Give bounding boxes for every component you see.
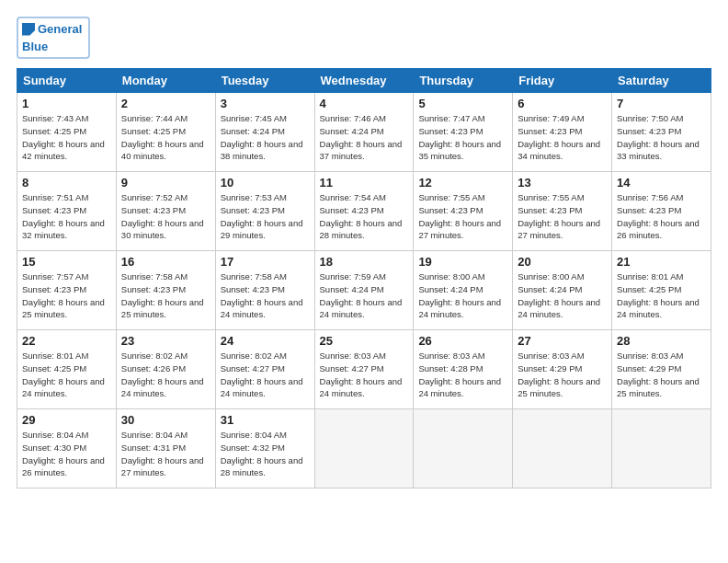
- calendar-day-cell: [513, 409, 612, 488]
- day-number: 28: [617, 334, 706, 348]
- day-number: 11: [320, 176, 409, 190]
- day-number: 2: [121, 97, 210, 110]
- calendar-header-monday: Monday: [116, 69, 215, 93]
- day-info: Sunrise: 8:03 AM Sunset: 4:27 PM Dayligh…: [320, 350, 409, 400]
- day-number: 10: [221, 176, 310, 190]
- calendar-header-row: SundayMondayTuesdayWednesdayThursdayFrid…: [17, 69, 711, 93]
- calendar-header-tuesday: Tuesday: [215, 69, 314, 93]
- calendar-week-row: 22 Sunrise: 8:01 AM Sunset: 4:25 PM Dayl…: [17, 330, 711, 409]
- day-number: 17: [221, 255, 310, 269]
- day-info: Sunrise: 7:49 AM Sunset: 4:23 PM Dayligh…: [518, 112, 607, 163]
- day-number: 3: [221, 97, 310, 110]
- calendar-day-cell: [314, 409, 414, 488]
- day-number: 31: [221, 413, 310, 427]
- day-number: 15: [22, 255, 111, 269]
- calendar-day-cell: 1 Sunrise: 7:43 AM Sunset: 4:25 PM Dayli…: [17, 93, 117, 172]
- calendar-day-cell: 12 Sunrise: 7:55 AM Sunset: 4:23 PM Dayl…: [414, 172, 513, 251]
- calendar-day-cell: [414, 409, 513, 488]
- day-number: 29: [22, 413, 111, 427]
- calendar-day-cell: 17 Sunrise: 7:58 AM Sunset: 4:23 PM Dayl…: [215, 251, 314, 330]
- day-info: Sunrise: 8:01 AM Sunset: 4:25 PM Dayligh…: [22, 350, 111, 400]
- day-number: 5: [418, 97, 507, 110]
- day-number: 25: [320, 334, 409, 348]
- calendar-day-cell: 24 Sunrise: 8:02 AM Sunset: 4:27 PM Dayl…: [215, 330, 314, 409]
- day-number: 1: [22, 97, 111, 110]
- calendar-header-sunday: Sunday: [17, 69, 117, 93]
- calendar-day-cell: 26 Sunrise: 8:03 AM Sunset: 4:28 PM Dayl…: [414, 330, 513, 409]
- day-info: Sunrise: 7:50 AM Sunset: 4:23 PM Dayligh…: [617, 112, 706, 163]
- day-number: 18: [320, 255, 409, 269]
- calendar-day-cell: 16 Sunrise: 7:58 AM Sunset: 4:23 PM Dayl…: [116, 251, 215, 330]
- logo-blue-text: Blue: [22, 40, 48, 53]
- day-info: Sunrise: 7:53 AM Sunset: 4:23 PM Dayligh…: [221, 191, 310, 242]
- logo-top: General: [22, 22, 82, 36]
- day-info: Sunrise: 8:00 AM Sunset: 4:24 PM Dayligh…: [418, 270, 507, 321]
- day-info: Sunrise: 7:45 AM Sunset: 4:24 PM Dayligh…: [221, 112, 310, 163]
- calendar-day-cell: 14 Sunrise: 7:56 AM Sunset: 4:23 PM Dayl…: [612, 172, 711, 251]
- calendar-week-row: 15 Sunrise: 7:57 AM Sunset: 4:23 PM Dayl…: [17, 251, 711, 330]
- calendar-week-row: 1 Sunrise: 7:43 AM Sunset: 4:25 PM Dayli…: [17, 93, 711, 172]
- calendar-week-row: 29 Sunrise: 8:04 AM Sunset: 4:30 PM Dayl…: [17, 409, 711, 488]
- calendar-day-cell: [612, 409, 711, 488]
- calendar-day-cell: 6 Sunrise: 7:49 AM Sunset: 4:23 PM Dayli…: [513, 93, 612, 172]
- day-number: 26: [418, 334, 507, 348]
- logo-graphic: [22, 23, 35, 36]
- calendar-day-cell: 13 Sunrise: 7:55 AM Sunset: 4:23 PM Dayl…: [513, 172, 612, 251]
- day-number: 4: [320, 97, 409, 110]
- day-info: Sunrise: 8:04 AM Sunset: 4:32 PM Dayligh…: [221, 429, 310, 479]
- day-number: 21: [617, 255, 706, 269]
- calendar-day-cell: 3 Sunrise: 7:45 AM Sunset: 4:24 PM Dayli…: [215, 93, 314, 172]
- day-number: 19: [418, 255, 507, 269]
- calendar-day-cell: 4 Sunrise: 7:46 AM Sunset: 4:24 PM Dayli…: [314, 93, 414, 172]
- day-info: Sunrise: 7:46 AM Sunset: 4:24 PM Dayligh…: [320, 112, 409, 163]
- calendar-header-saturday: Saturday: [612, 69, 711, 93]
- calendar-day-cell: 27 Sunrise: 8:03 AM Sunset: 4:29 PM Dayl…: [513, 330, 612, 409]
- day-info: Sunrise: 8:02 AM Sunset: 4:26 PM Dayligh…: [121, 350, 210, 400]
- day-number: 12: [418, 176, 507, 190]
- day-number: 16: [121, 255, 210, 269]
- day-number: 13: [518, 176, 607, 190]
- day-info: Sunrise: 7:56 AM Sunset: 4:23 PM Dayligh…: [617, 191, 706, 242]
- day-info: Sunrise: 8:03 AM Sunset: 4:29 PM Dayligh…: [518, 350, 607, 400]
- day-number: 8: [22, 176, 111, 190]
- day-number: 6: [518, 97, 607, 110]
- day-info: Sunrise: 8:04 AM Sunset: 4:31 PM Dayligh…: [121, 429, 210, 479]
- logo-general-text: General: [38, 22, 82, 36]
- day-number: 7: [617, 97, 706, 110]
- day-info: Sunrise: 7:59 AM Sunset: 4:24 PM Dayligh…: [320, 270, 409, 321]
- calendar-day-cell: 31 Sunrise: 8:04 AM Sunset: 4:32 PM Dayl…: [215, 409, 314, 488]
- calendar-header-wednesday: Wednesday: [314, 69, 414, 93]
- day-info: Sunrise: 8:02 AM Sunset: 4:27 PM Dayligh…: [221, 350, 310, 400]
- day-info: Sunrise: 7:44 AM Sunset: 4:25 PM Dayligh…: [121, 112, 210, 163]
- logo: General Blue: [17, 17, 90, 59]
- calendar-day-cell: 29 Sunrise: 8:04 AM Sunset: 4:30 PM Dayl…: [17, 409, 117, 488]
- day-number: 9: [121, 176, 210, 190]
- calendar-day-cell: 18 Sunrise: 7:59 AM Sunset: 4:24 PM Dayl…: [314, 251, 414, 330]
- calendar-day-cell: 20 Sunrise: 8:00 AM Sunset: 4:24 PM Dayl…: [513, 251, 612, 330]
- calendar-day-cell: 28 Sunrise: 8:03 AM Sunset: 4:29 PM Dayl…: [612, 330, 711, 409]
- calendar-page: General Blue SundayMondayTuesdayWednesda…: [0, 0, 728, 563]
- day-info: Sunrise: 8:03 AM Sunset: 4:29 PM Dayligh…: [617, 350, 706, 400]
- day-number: 30: [121, 413, 210, 427]
- header: General Blue: [17, 17, 711, 59]
- day-info: Sunrise: 8:04 AM Sunset: 4:30 PM Dayligh…: [22, 429, 111, 479]
- calendar-day-cell: 7 Sunrise: 7:50 AM Sunset: 4:23 PM Dayli…: [612, 93, 711, 172]
- calendar-table: SundayMondayTuesdayWednesdayThursdayFrid…: [17, 68, 711, 488]
- day-info: Sunrise: 8:03 AM Sunset: 4:28 PM Dayligh…: [418, 350, 507, 400]
- day-number: 22: [22, 334, 111, 348]
- calendar-week-row: 8 Sunrise: 7:51 AM Sunset: 4:23 PM Dayli…: [17, 172, 711, 251]
- day-number: 23: [121, 334, 210, 348]
- calendar-day-cell: 25 Sunrise: 8:03 AM Sunset: 4:27 PM Dayl…: [314, 330, 414, 409]
- calendar-day-cell: 15 Sunrise: 7:57 AM Sunset: 4:23 PM Dayl…: [17, 251, 117, 330]
- calendar-header-thursday: Thursday: [414, 69, 513, 93]
- day-info: Sunrise: 7:52 AM Sunset: 4:23 PM Dayligh…: [121, 191, 210, 242]
- calendar-day-cell: 9 Sunrise: 7:52 AM Sunset: 4:23 PM Dayli…: [116, 172, 215, 251]
- day-info: Sunrise: 7:47 AM Sunset: 4:23 PM Dayligh…: [418, 112, 507, 163]
- calendar-day-cell: 22 Sunrise: 8:01 AM Sunset: 4:25 PM Dayl…: [17, 330, 117, 409]
- calendar-day-cell: 23 Sunrise: 8:02 AM Sunset: 4:26 PM Dayl…: [116, 330, 215, 409]
- day-number: 14: [617, 176, 706, 190]
- calendar-day-cell: 19 Sunrise: 8:00 AM Sunset: 4:24 PM Dayl…: [414, 251, 513, 330]
- calendar-day-cell: 2 Sunrise: 7:44 AM Sunset: 4:25 PM Dayli…: [116, 93, 215, 172]
- day-number: 24: [221, 334, 310, 348]
- day-info: Sunrise: 7:57 AM Sunset: 4:23 PM Dayligh…: [22, 270, 111, 321]
